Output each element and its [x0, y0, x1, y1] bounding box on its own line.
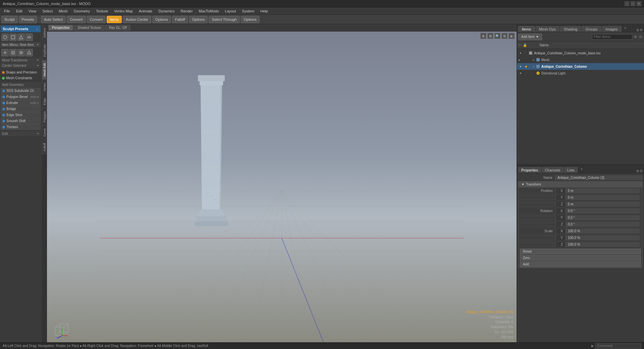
panel-settings-icon[interactable]: ⚙: [640, 28, 643, 32]
tool-icon-2[interactable]: [9, 34, 17, 41]
menu-item-maxtomodo[interactable]: MaxToModo: [196, 8, 222, 14]
viewport-maximize-icon[interactable]: ⊞: [487, 33, 493, 39]
viewport-zoom-icon[interactable]: 🔍: [494, 33, 500, 39]
sculpt-button[interactable]: Sculpt: [1, 16, 18, 23]
scale-y-value[interactable]: 100.0 %: [566, 235, 640, 240]
menu-item-select[interactable]: Select: [40, 8, 55, 14]
curve-tab[interactable]: Curve: [42, 126, 47, 140]
tree-item-light[interactable]: ● Directional Light: [517, 70, 644, 77]
viewport-settings-icon[interactable]: ⚙: [501, 33, 507, 39]
scale-x-value[interactable]: 100.0 %: [566, 229, 640, 234]
convert2-button[interactable]: Convert: [87, 16, 106, 23]
menu-item-view[interactable]: View: [26, 8, 39, 14]
eye-toggle-object[interactable]: ●: [518, 65, 523, 68]
presets-button[interactable]: Presets: [19, 16, 37, 23]
channels-tab[interactable]: Channels: [542, 167, 563, 173]
menu-item-animate[interactable]: Animate: [136, 8, 155, 14]
name-property-value[interactable]: Antique_Corinthian_Column (3): [555, 175, 643, 180]
tool-icon-4[interactable]: [25, 34, 33, 41]
lock-toggle-object[interactable]: ◆: [524, 65, 528, 68]
menu-item-render[interactable]: Render: [178, 8, 196, 14]
properties-tab[interactable]: Properties: [518, 167, 541, 173]
polygon-tab[interactable]: Polygon: [42, 108, 47, 126]
edge-slice-button[interactable]: Edge Slice: [1, 112, 41, 118]
transform-header[interactable]: ▼ Transform: [519, 182, 642, 188]
menu-item-dynamics[interactable]: Dynamics: [156, 8, 177, 14]
props-expand-icon[interactable]: ⊞: [636, 169, 639, 173]
props-add-tab[interactable]: +: [578, 166, 585, 172]
filter-items-input[interactable]: [592, 34, 632, 40]
close-button[interactable]: ✕: [637, 1, 641, 6]
perspective-tab[interactable]: Perspective: [48, 25, 73, 31]
tree-item-object[interactable]: ● ◆ ▸ Antique_Corinthian_Column: [517, 63, 644, 70]
menu-item-edit[interactable]: Edit: [13, 8, 25, 14]
action-center-button[interactable]: Action Center: [123, 16, 151, 23]
options1-button[interactable]: Options: [152, 16, 171, 23]
pos-z-value[interactable]: 0 m: [566, 202, 640, 207]
menu-item-help[interactable]: Help: [258, 8, 271, 14]
menu-item-layout[interactable]: Layout: [222, 8, 239, 14]
item-menu-row[interactable]: Item Menu: New Item ▼: [1, 42, 41, 48]
minimize-button[interactable]: −: [625, 1, 629, 6]
pos-y-value[interactable]: 0 m: [566, 195, 640, 200]
mesh-edit-tab[interactable]: Mesh Edit: [42, 60, 47, 80]
center-selected-section[interactable]: Center Selected ▼: [1, 63, 41, 68]
filter-sort-icon[interactable]: ⊟: [639, 34, 643, 39]
extrude-button[interactable]: Extrude Shift-X: [1, 100, 41, 106]
transform-icon-1[interactable]: [1, 49, 9, 56]
eye-toggle-file[interactable]: ●: [518, 51, 523, 55]
groups-tab[interactable]: Groups: [582, 26, 601, 32]
smooth-shift-button[interactable]: Smooth Shift: [1, 118, 41, 124]
menu-item-vertex-map[interactable]: Vertex Map: [111, 8, 136, 14]
more-transforms-section[interactable]: More Transforms ▼: [1, 58, 41, 63]
viewport-view-icon[interactable]: ◈: [508, 33, 515, 39]
edit-section[interactable]: Edit ▼: [1, 131, 41, 136]
command-input[interactable]: [595, 343, 641, 349]
polygon-bevel-button[interactable]: Polygon Bevel Shift-B: [1, 94, 41, 100]
transform-icon-4[interactable]: [25, 49, 33, 56]
rot-x-value[interactable]: 0.0 °: [566, 208, 640, 213]
convert1-button[interactable]: Convert: [67, 16, 86, 23]
mesh-constraints-item[interactable]: Mesh Constraints: [1, 75, 41, 81]
falloff-button[interactable]: Falloff: [172, 16, 188, 23]
filter-settings-icon[interactable]: ⚙: [633, 34, 638, 39]
bridge-button[interactable]: Bridge: [1, 106, 41, 112]
transform-icon-3[interactable]: [17, 49, 25, 56]
add-geometry-section[interactable]: Add Geometry: [1, 82, 41, 87]
vertex-tab[interactable]: Vertex: [42, 80, 47, 95]
tool-icon-1[interactable]: [1, 34, 9, 41]
maximize-button[interactable]: □: [631, 1, 635, 6]
sculpt-presets-section[interactable]: Sculpt Presets ▲: [1, 26, 41, 32]
transform-icon-2[interactable]: [9, 49, 17, 56]
reset-button[interactable]: Reset: [520, 249, 641, 254]
props-settings-icon[interactable]: ⚙: [640, 169, 643, 173]
add-button[interactable]: Add: [520, 261, 641, 267]
mesh-ops-tab[interactable]: Mesh Ops: [535, 26, 559, 32]
options3-button[interactable]: Options: [241, 16, 260, 23]
shaded-texture-tab[interactable]: Shaded Texture: [74, 25, 105, 31]
panel-expand-icon[interactable]: ⊞: [636, 28, 639, 32]
items-button[interactable]: Items: [107, 16, 122, 23]
tree-item-mesh[interactable]: ● ▸ Mesh: [517, 56, 644, 63]
sds-subdivide-button[interactable]: SDS Subdivide 2X: [1, 88, 41, 94]
edge-tab[interactable]: Edge: [42, 95, 47, 108]
zero-button[interactable]: Zero: [520, 255, 641, 261]
add-item-button[interactable]: Add Item ▼: [518, 34, 542, 40]
deform-tab[interactable]: Deform: [42, 25, 47, 41]
menu-item-texture[interactable]: Texture: [93, 8, 111, 14]
rot-z-value[interactable]: 0.0 °: [566, 222, 640, 227]
tool-icon-3[interactable]: [17, 34, 25, 41]
auto-select-button[interactable]: Auto Select: [41, 16, 66, 23]
items-tab[interactable]: Items: [518, 26, 535, 32]
images-tab[interactable]: Images: [602, 26, 622, 32]
thicken-button[interactable]: Thicken: [1, 124, 41, 130]
menu-item-geometry[interactable]: Geometry: [71, 8, 93, 14]
menu-item-file[interactable]: File: [1, 8, 13, 14]
rot-y-value[interactable]: 0.0 °: [566, 215, 640, 220]
lists-tab[interactable]: Lists: [564, 167, 578, 173]
shading-tab[interactable]: Shading: [560, 26, 581, 32]
eye-toggle-light[interactable]: ●: [518, 71, 523, 75]
eye-toggle-mesh[interactable]: ●: [518, 58, 523, 62]
window-controls[interactable]: − □ ✕: [625, 1, 641, 6]
pos-x-value[interactable]: 0 m: [566, 188, 640, 193]
